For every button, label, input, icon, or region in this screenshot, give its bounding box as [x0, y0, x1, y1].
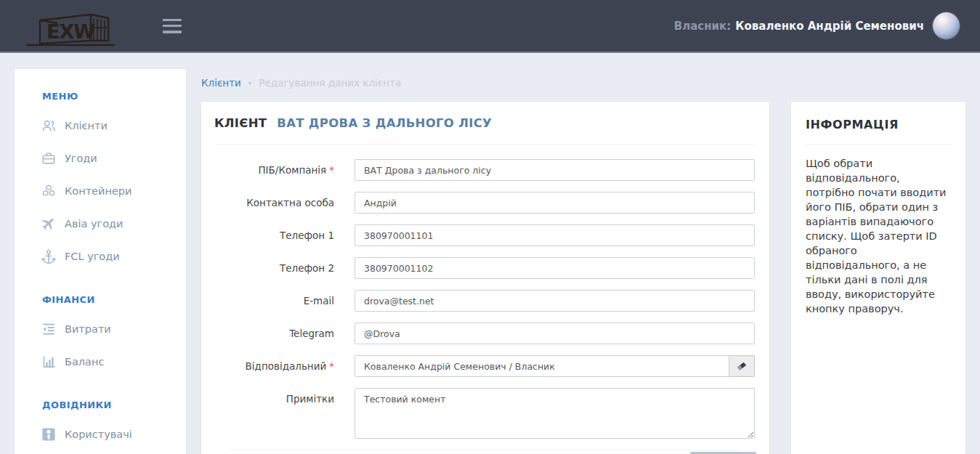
field-label: ПІБ/Компанія* [216, 164, 355, 176]
sidebar-item-label: Витрати [65, 323, 111, 335]
info-card: ІНФОРМАЦІЯ Щоб обрати відповідального, п… [791, 102, 965, 454]
sidebar-item-balance[interactable]: Баланс [15, 345, 186, 378]
email-input[interactable] [355, 290, 755, 312]
contact-person-input[interactable] [355, 192, 755, 214]
sidebar-item-label: Авіа угоди [65, 218, 123, 230]
sidebar-section-directories: ДОВІДНИКИ [42, 400, 186, 410]
info-title: ІНФОРМАЦІЯ [806, 118, 951, 131]
sidebar-item-label: Контейнери [65, 185, 131, 197]
form-row-phone2: Телефон 2 [216, 257, 755, 279]
sidebar-item-users[interactable]: Користувачі [15, 418, 186, 450]
required-marker: * [329, 360, 334, 372]
sidebar-item-expenses[interactable]: Витрати [15, 312, 186, 345]
breadcrumb-link-clients[interactable]: Клієнти [201, 77, 241, 89]
user-avatar[interactable] [933, 12, 960, 39]
form-row-email: E-mail [216, 290, 755, 312]
form-row-telegram: Telegram [216, 323, 755, 344]
breadcrumb-separator: • [248, 78, 253, 88]
eraser-icon [736, 360, 748, 372]
telegram-input[interactable] [355, 323, 755, 344]
sidebar-item-fcl-deals[interactable]: FCL угоди [15, 240, 186, 272]
container-logo-icon: EXW [20, 6, 121, 46]
form-row-phone1: Телефон 1 [216, 224, 755, 246]
field-label: E-mail [216, 295, 355, 307]
sidebar-item-clients[interactable]: Клієнти [15, 109, 186, 142]
menu-toggle-button[interactable] [163, 19, 182, 33]
divider [214, 144, 756, 145]
card-title: КЛІЄНТ [214, 116, 267, 130]
svg-text:EXW: EXW [46, 20, 94, 43]
sidebar-item-label: Угоди [65, 153, 97, 164]
owner-label: Власник: [674, 20, 732, 33]
user-tie-icon [41, 426, 57, 442]
sidebar-item-label: Клієнти [65, 120, 108, 131]
field-label: Відповідальний* [216, 360, 355, 372]
users-icon [41, 118, 57, 134]
form-row-notes: Примітки Тестовий комент [216, 388, 755, 439]
form-row-responsible: Відповідальний* [216, 355, 755, 377]
outdent-list-icon [41, 321, 57, 337]
divider [806, 144, 951, 145]
divider [229, 450, 742, 450]
form-row-company: ПІБ/Компанія* [216, 159, 755, 181]
phone1-input[interactable] [355, 224, 755, 246]
plane-icon [41, 216, 57, 232]
company-logo[interactable]: EXW [20, 5, 129, 47]
sidebar-item-deals[interactable]: Угоди [15, 142, 186, 174]
bar-chart-icon [41, 354, 57, 370]
anchor-icon [41, 248, 57, 264]
client-name-heading: ВАТ ДРОВА З ДАЛЬНОГО ЛІСУ [277, 116, 492, 130]
breadcrumb-current: Редагування даних клієнта [259, 77, 401, 89]
responsible-input[interactable] [355, 355, 729, 377]
field-label: Телефон 1 [216, 230, 355, 241]
sidebar-item-label: Користувачі [65, 429, 132, 440]
sidebar-item-air-deals[interactable]: Авіа угоди [15, 207, 186, 240]
topbar: EXW Власник: Коваленко Андрій Семенович [0, 0, 980, 53]
sidebar: МЕНЮ Клієнти Угоди [15, 69, 186, 454]
field-label: Telegram [216, 328, 355, 339]
company-name-input[interactable] [355, 159, 755, 181]
required-marker: * [329, 164, 334, 176]
notes-textarea[interactable]: Тестовий комент [355, 388, 755, 439]
client-edit-card: КЛІЄНТ ВАТ ДРОВА З ДАЛЬНОГО ЛІСУ ПІБ/Ком… [201, 102, 769, 454]
phone2-input[interactable] [355, 257, 755, 279]
breadcrumb: Клієнти • Редагування даних клієнта [201, 77, 401, 89]
briefcase-icon [41, 150, 57, 166]
field-label: Телефон 2 [216, 262, 355, 274]
cubes-icon [41, 183, 57, 199]
sidebar-item-label: FCL угоди [65, 251, 120, 262]
field-label: Контактна особа [216, 197, 355, 208]
sidebar-section-menu: МЕНЮ [42, 91, 186, 102]
form-row-contact-person: Контактна особа [216, 192, 755, 214]
sidebar-item-containers[interactable]: Контейнери [15, 174, 186, 207]
sidebar-item-label: Баланс [65, 356, 104, 368]
sidebar-section-finance: ФІНАНСИ [42, 294, 186, 305]
info-text: Щоб обрати відповідального, потрібно поч… [806, 156, 951, 316]
clear-responsible-button[interactable] [729, 355, 755, 377]
field-label: Примітки [216, 388, 355, 405]
owner-name: Коваленко Андрій Семенович [735, 20, 924, 33]
